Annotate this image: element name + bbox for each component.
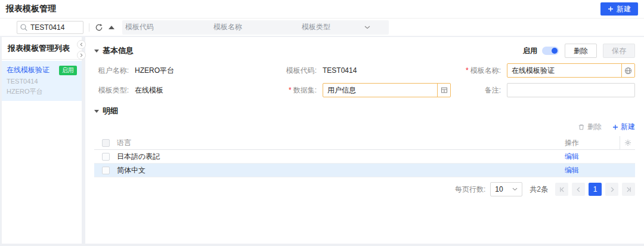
chevron-down-icon <box>512 187 518 191</box>
template-type-value: 在线模板 <box>135 85 163 96</box>
template-code-value: TEST0414 <box>323 66 357 75</box>
list-item-name[interactable]: 在线模板验证 <box>7 65 49 75</box>
dataset-value[interactable]: 用户信息 <box>323 85 437 96</box>
top-header: 报表模板管理 新建 <box>0 0 644 19</box>
edit-link[interactable]: 编辑 <box>565 166 579 174</box>
plus-icon <box>612 124 618 130</box>
detail-delete-label: 删除 <box>587 122 602 132</box>
pager-next-icon[interactable] <box>605 183 618 196</box>
detail-delete-button[interactable]: 删除 <box>578 122 602 132</box>
list-item[interactable]: 在线模板验证 启用 TEST0414 HZERO平台 <box>2 61 82 101</box>
pager-last-icon[interactable] <box>622 183 635 196</box>
column-header-language: 语言 <box>117 138 565 148</box>
total-count: 共2条 <box>530 184 548 195</box>
search-icon <box>20 23 28 32</box>
globe-icon[interactable] <box>621 64 634 77</box>
create-button-label: 新建 <box>617 4 631 14</box>
section-detail-title[interactable]: 明细 <box>103 106 118 116</box>
list-column-filter-bar: 模板代码 模板名称 模板类型 <box>122 20 389 35</box>
save-button[interactable]: 保存 <box>603 44 635 58</box>
pager-first-icon[interactable] <box>555 183 568 196</box>
caret-down-icon[interactable] <box>94 50 99 53</box>
tenant-value: HZERO平台 <box>135 66 174 76</box>
search-filter-bar: 模板代码 模板名称 模板类型 <box>0 19 644 36</box>
create-button[interactable]: 新建 <box>600 2 638 16</box>
delete-button[interactable]: 删除 <box>565 44 597 58</box>
divider <box>89 23 89 32</box>
pagination: 每页行数: 10 共2条 1 <box>94 182 635 196</box>
enable-toggle[interactable] <box>542 47 559 55</box>
table-header-row: 语言 操作 <box>94 136 635 150</box>
collapse-up-icon[interactable] <box>109 26 114 29</box>
basic-info-form: 租户名称: HZERO平台 模板代码: TEST0414 模板名称: 在线模板验… <box>94 63 635 97</box>
remark-field[interactable] <box>507 83 635 97</box>
trash-icon <box>578 124 585 131</box>
pager-page-1[interactable]: 1 <box>589 183 602 196</box>
pager-prev-icon[interactable] <box>572 183 585 196</box>
table-row[interactable]: 简体中文 编辑 <box>94 164 635 177</box>
filter-column-name[interactable]: 模板名称 <box>210 22 299 32</box>
filter-column-type[interactable]: 模板类型 <box>299 22 364 32</box>
section-basic-info-title[interactable]: 基本信息 <box>103 45 134 56</box>
chevron-right-icon[interactable] <box>77 51 86 60</box>
template-name-value[interactable]: 在线模板验证 <box>507 66 621 76</box>
chevron-left-icon[interactable] <box>77 40 86 49</box>
filter-column-code[interactable]: 模板代码 <box>122 22 210 32</box>
dataset-field[interactable]: 用户信息 <box>323 83 451 97</box>
tenant-label: 租户名称: <box>94 66 129 76</box>
select-all-checkbox[interactable] <box>102 139 110 147</box>
column-header-action: 操作 <box>565 138 620 148</box>
remark-label: 备注: <box>463 85 501 96</box>
template-type-label: 模板类型: <box>94 85 129 96</box>
table-row[interactable]: 日本語の表記 编辑 <box>94 150 635 164</box>
section-basic-info: 基本信息 启用 删除 保存 <box>94 37 635 58</box>
template-name-label: 模板名称: <box>463 66 501 76</box>
template-list-panel: 报表模板管理列表 在线模板验证 启用 TEST0414 HZERO平台 <box>2 37 82 244</box>
detail-panel: 基本信息 启用 删除 保存 租户名称: HZERO平台 模板代码: TEST04… <box>85 37 644 244</box>
language-table: 语言 操作 日本語の表記 编辑 简体中文 编辑 <box>94 136 635 177</box>
status-badge: 启用 <box>59 66 77 75</box>
plus-icon <box>608 6 614 12</box>
list-item-code: TEST0414 <box>7 78 77 85</box>
detail-new-button[interactable]: 新建 <box>612 122 635 132</box>
content-area: 报表模板管理列表 在线模板验证 启用 TEST0414 HZERO平台 基本信息… <box>2 37 644 244</box>
refresh-icon[interactable] <box>95 23 103 32</box>
detail-toolbar: 删除 新建 <box>94 122 635 132</box>
template-name-field[interactable]: 在线模板验证 <box>507 63 635 78</box>
enable-switch-label: 启用 <box>523 46 537 56</box>
list-item-tenant: HZERO平台 <box>7 87 77 96</box>
page-size-select[interactable]: 10 <box>490 182 522 196</box>
gear-icon[interactable] <box>620 136 635 149</box>
lov-table-icon[interactable] <box>437 84 450 97</box>
template-list-title: 报表模板管理列表 <box>2 37 82 60</box>
caret-down-icon[interactable] <box>94 110 99 113</box>
page-size-value: 10 <box>495 185 503 193</box>
row-checkbox[interactable] <box>102 153 110 161</box>
detail-new-label: 新建 <box>621 122 635 132</box>
row-checkbox[interactable] <box>102 167 110 174</box>
template-code-label: 模板代码: <box>278 66 317 76</box>
chevron-down-icon[interactable] <box>364 26 370 29</box>
row-language: 简体中文 <box>117 165 565 176</box>
section-detail: 明细 <box>94 97 635 116</box>
dataset-label: 数据集: <box>278 85 317 96</box>
page-title: 报表模板管理 <box>6 4 56 14</box>
edit-link[interactable]: 编辑 <box>565 152 579 161</box>
row-language: 日本語の表記 <box>117 152 565 162</box>
page-size-label: 每页行数: <box>455 184 485 195</box>
